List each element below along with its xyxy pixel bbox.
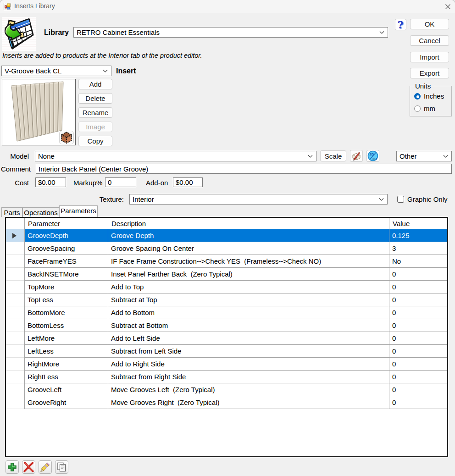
row-selector-cell[interactable]	[6, 332, 24, 345]
cell-description[interactable]: Add to Bottom	[108, 306, 389, 319]
row-selector-cell[interactable]	[6, 242, 24, 255]
radio-inches[interactable]: Inches	[414, 92, 444, 100]
model-combobox[interactable]: None	[35, 151, 316, 161]
cell-description[interactable]: Add to Right Side	[108, 358, 389, 371]
export-button[interactable]: Export	[410, 68, 449, 78]
ok-button[interactable]: OK	[410, 19, 449, 29]
table-row[interactable]: TopMoreAdd to Top0	[6, 281, 447, 293]
row-selector-cell[interactable]	[6, 293, 24, 306]
add-button[interactable]: Add	[78, 79, 112, 89]
table-row[interactable]: BackINSETMoreInset Panel Farther Back (Z…	[6, 268, 447, 281]
table-row[interactable]: RightMoreAdd to Right Side0	[6, 358, 447, 371]
cell-parameter[interactable]: GrooveSpacing	[24, 242, 108, 255]
copy-button[interactable]: Copy	[78, 136, 112, 146]
cell-value[interactable]: 0	[389, 293, 447, 306]
cell-parameter[interactable]: RightMore	[24, 358, 108, 371]
column-header-value[interactable]: Value	[389, 218, 447, 229]
delete-parameter-button[interactable]	[22, 460, 35, 474]
add-parameter-button[interactable]	[6, 460, 19, 474]
table-row[interactable]: RightLessSubtract from Right Side0	[6, 371, 447, 383]
cell-description[interactable]: Move Grooves Right (Zero Typical)	[108, 396, 389, 409]
copy-parameter-button[interactable]	[55, 460, 68, 474]
cell-description[interactable]: Add to Left Side	[108, 332, 389, 345]
cell-value[interactable]: 0	[389, 396, 447, 409]
import-button[interactable]: Import	[410, 52, 449, 62]
column-header-parameter[interactable]: Parameter	[24, 218, 108, 229]
cell-value[interactable]: 0.125	[389, 229, 447, 242]
cell-description[interactable]: Subtract from Right Side	[108, 371, 389, 383]
delete-button[interactable]: Delete	[78, 93, 112, 104]
cell-parameter[interactable]: LeftLess	[24, 345, 108, 358]
cell-value[interactable]: 0	[389, 383, 447, 396]
table-row[interactable]: BottomMoreAdd to Bottom0	[6, 306, 447, 319]
table-row[interactable]: BottomLessSubtract at Bottom0	[6, 319, 447, 332]
cell-parameter[interactable]: BackINSETMore	[24, 268, 108, 281]
cell-description[interactable]: Subtract at Top	[108, 293, 389, 306]
cell-value[interactable]: 0	[389, 281, 447, 293]
category-combobox[interactable]: Other	[396, 151, 452, 161]
comment-input[interactable]: Interior Back Panel (Center Groove)	[36, 164, 452, 174]
texture-combobox[interactable]: Interior	[129, 194, 388, 205]
table-row[interactable]: GrooveRightMove Grooves Right (Zero Typi…	[6, 396, 447, 409]
view-3d-button[interactable]	[59, 131, 74, 144]
cell-description[interactable]: Groove Spacing On Center	[108, 242, 389, 255]
row-selector-cell[interactable]	[6, 281, 24, 293]
image-button[interactable]: Image	[78, 122, 112, 132]
cell-value[interactable]: 0	[389, 306, 447, 319]
tab-operations[interactable]: Operations	[22, 207, 59, 217]
sketchup-button[interactable]	[350, 150, 363, 162]
radio-inches-control[interactable]	[414, 93, 421, 100]
table-row[interactable]: LeftLessSubtract from Left Side0	[6, 345, 447, 358]
tab-parameters[interactable]: Parameters	[59, 205, 98, 217]
library-combobox[interactable]: RETRO Cabinet Essentials	[73, 27, 388, 38]
table-row[interactable]: TopLessSubtract at Top0	[6, 293, 447, 306]
cell-parameter[interactable]: GrooveDepth	[24, 229, 108, 242]
radio-mm[interactable]: mm	[414, 105, 435, 112]
help-button[interactable]: ?	[395, 19, 406, 30]
cell-description[interactable]: IF Face Frame Construction-->Check YES (…	[108, 255, 389, 268]
cell-parameter[interactable]: RightLess	[24, 371, 108, 383]
insert-combobox[interactable]: V-Groove Back CL	[1, 66, 111, 76]
cell-value[interactable]: 0	[389, 319, 447, 332]
table-row[interactable]: FaceFrameYESIF Face Frame Construction--…	[6, 255, 447, 268]
row-selector-cell[interactable]	[6, 358, 24, 371]
cell-value[interactable]: 0	[389, 371, 447, 383]
markup-input[interactable]: 0	[105, 177, 136, 187]
column-header-description[interactable]: Description	[108, 218, 389, 229]
cell-parameter[interactable]: TopMore	[24, 281, 108, 293]
table-row[interactable]: LeftMoreAdd to Left Side0	[6, 332, 447, 345]
row-selector-cell[interactable]	[6, 268, 24, 281]
cell-description[interactable]: Subtract at Bottom	[108, 319, 389, 332]
radio-mm-control[interactable]	[414, 105, 421, 112]
row-selector-cell[interactable]	[6, 371, 24, 383]
row-selector-cell[interactable]	[6, 396, 24, 409]
scale-button[interactable]: Scale	[320, 150, 346, 161]
row-selector-cell[interactable]	[6, 306, 24, 319]
cell-description[interactable]: Add to Top	[108, 281, 389, 293]
cell-value[interactable]: 3	[389, 242, 447, 255]
toggle-2d3d-button[interactable]: 2D 3D	[366, 150, 379, 162]
cell-parameter[interactable]: LeftMore	[24, 332, 108, 345]
cell-parameter[interactable]: GrooveRight	[24, 396, 108, 409]
row-selector-cell[interactable]	[6, 229, 24, 242]
cell-description[interactable]: Subtract from Left Side	[108, 345, 389, 358]
table-row[interactable]: GrooveLeftMove Grooves Left (Zero Typica…	[6, 383, 447, 396]
cell-parameter[interactable]: TopLess	[24, 293, 108, 306]
rename-button[interactable]: Rename	[78, 107, 112, 118]
addon-input[interactable]: $0.00	[173, 177, 203, 187]
cell-parameter[interactable]: GrooveLeft	[24, 383, 108, 396]
row-selector-cell[interactable]	[6, 345, 24, 358]
cell-parameter[interactable]: FaceFrameYES	[24, 255, 108, 268]
row-selector-cell[interactable]	[6, 383, 24, 396]
cost-input[interactable]: $0.00	[35, 177, 66, 187]
table-row[interactable]: GrooveDepthGroove Depth0.125	[6, 229, 447, 242]
cell-value[interactable]: 0	[389, 345, 447, 358]
row-selector-cell[interactable]	[6, 255, 24, 268]
cancel-button[interactable]: Cancel	[410, 35, 449, 46]
cell-value[interactable]: No	[389, 255, 447, 268]
cell-value[interactable]: 0	[389, 358, 447, 371]
cell-description[interactable]: Groove Depth	[108, 229, 389, 242]
table-row[interactable]: GrooveSpacingGroove Spacing On Center3	[6, 242, 447, 255]
cell-value[interactable]: 0	[389, 268, 447, 281]
cell-description[interactable]: Inset Panel Farther Back (Zero Typical)	[108, 268, 389, 281]
